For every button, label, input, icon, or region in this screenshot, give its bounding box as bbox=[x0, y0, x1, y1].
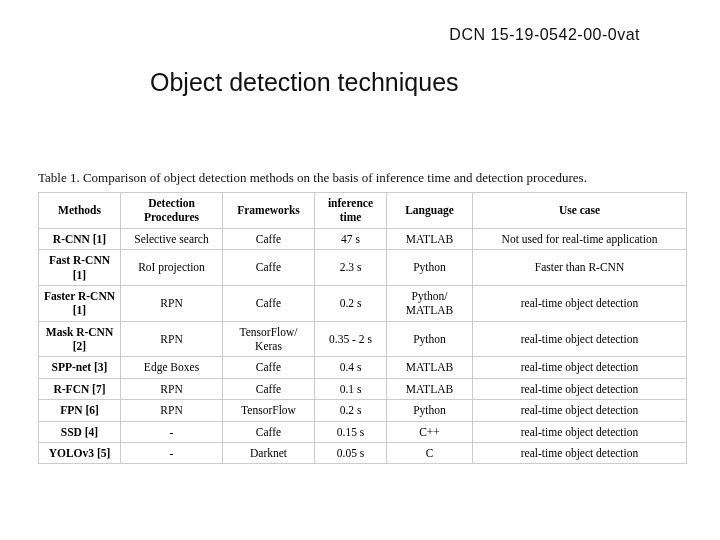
cell-frame: Caffe bbox=[223, 285, 315, 321]
cell-frame: Caffe bbox=[223, 378, 315, 399]
cell-use: real-time object detection bbox=[473, 285, 687, 321]
cell-proc: RPN bbox=[121, 321, 223, 357]
table-row: Faster R-CNN [1]RPNCaffe0.2 sPython/ MAT… bbox=[39, 285, 687, 321]
comparison-table: Methods Detection Procedures Frameworks … bbox=[38, 192, 687, 464]
cell-lang: Python/ MATLAB bbox=[387, 285, 473, 321]
table-row: R-CNN [1]Selective searchCaffe47 sMATLAB… bbox=[39, 228, 687, 249]
cell-lang: C++ bbox=[387, 421, 473, 442]
cell-time: 0.35 - 2 s bbox=[315, 321, 387, 357]
table-row: R-FCN [7]RPNCaffe0.1 sMATLABreal-time ob… bbox=[39, 378, 687, 399]
cell-method: R-CNN [1] bbox=[39, 228, 121, 249]
cell-method: SSD [4] bbox=[39, 421, 121, 442]
cell-time: 0.15 s bbox=[315, 421, 387, 442]
dcn-code: DCN 15-19-0542-00-0vat bbox=[449, 26, 640, 44]
cell-proc: RPN bbox=[121, 400, 223, 421]
cell-lang: MATLAB bbox=[387, 228, 473, 249]
table-row: Fast R-CNN [1]RoI projectionCaffe2.3 sPy… bbox=[39, 250, 687, 286]
cell-time: 0.4 s bbox=[315, 357, 387, 378]
cell-use: real-time object detection bbox=[473, 421, 687, 442]
cell-time: 0.2 s bbox=[315, 400, 387, 421]
table-row: SSD [4]-Caffe0.15 sC++real-time object d… bbox=[39, 421, 687, 442]
table-header-row: Methods Detection Procedures Frameworks … bbox=[39, 193, 687, 229]
page-title: Object detection techniques bbox=[150, 68, 459, 97]
table-row: Mask R-CNN [2]RPNTensorFlow/ Keras0.35 -… bbox=[39, 321, 687, 357]
table-row: FPN [6]RPNTensorFlow0.2 sPythonreal-time… bbox=[39, 400, 687, 421]
table-row: YOLOv3 [5]-Darknet0.05 sCreal-time objec… bbox=[39, 442, 687, 463]
col-time: inference time bbox=[315, 193, 387, 229]
cell-method: SPP-net [3] bbox=[39, 357, 121, 378]
cell-proc: - bbox=[121, 442, 223, 463]
cell-time: 0.1 s bbox=[315, 378, 387, 399]
cell-time: 0.05 s bbox=[315, 442, 387, 463]
cell-lang: MATLAB bbox=[387, 357, 473, 378]
cell-time: 47 s bbox=[315, 228, 387, 249]
cell-method: Fast R-CNN [1] bbox=[39, 250, 121, 286]
cell-lang: Python bbox=[387, 250, 473, 286]
cell-use: Faster than R-CNN bbox=[473, 250, 687, 286]
cell-method: YOLOv3 [5] bbox=[39, 442, 121, 463]
cell-proc: - bbox=[121, 421, 223, 442]
cell-proc: RPN bbox=[121, 285, 223, 321]
cell-frame: Caffe bbox=[223, 357, 315, 378]
cell-time: 2.3 s bbox=[315, 250, 387, 286]
cell-frame: Caffe bbox=[223, 228, 315, 249]
cell-frame: TensorFlow/ Keras bbox=[223, 321, 315, 357]
cell-proc: RPN bbox=[121, 378, 223, 399]
col-procedures: Detection Procedures bbox=[121, 193, 223, 229]
cell-method: Faster R-CNN [1] bbox=[39, 285, 121, 321]
cell-use: real-time object detection bbox=[473, 400, 687, 421]
comparison-table-container: Table 1. Comparison of object detection … bbox=[38, 170, 686, 464]
cell-frame: TensorFlow bbox=[223, 400, 315, 421]
cell-frame: Caffe bbox=[223, 421, 315, 442]
cell-method: R-FCN [7] bbox=[39, 378, 121, 399]
cell-use: real-time object detection bbox=[473, 321, 687, 357]
cell-use: real-time object detection bbox=[473, 357, 687, 378]
cell-lang: Python bbox=[387, 321, 473, 357]
table-caption: Table 1. Comparison of object detection … bbox=[38, 170, 686, 186]
cell-proc: RoI projection bbox=[121, 250, 223, 286]
col-methods: Methods bbox=[39, 193, 121, 229]
col-language: Language bbox=[387, 193, 473, 229]
table-row: SPP-net [3]Edge BoxesCaffe0.4 sMATLABrea… bbox=[39, 357, 687, 378]
col-frameworks: Frameworks bbox=[223, 193, 315, 229]
cell-lang: Python bbox=[387, 400, 473, 421]
cell-use: Not used for real-time application bbox=[473, 228, 687, 249]
cell-lang: MATLAB bbox=[387, 378, 473, 399]
cell-use: real-time object detection bbox=[473, 378, 687, 399]
cell-time: 0.2 s bbox=[315, 285, 387, 321]
col-usecase: Use case bbox=[473, 193, 687, 229]
cell-proc: Selective search bbox=[121, 228, 223, 249]
cell-lang: C bbox=[387, 442, 473, 463]
cell-method: FPN [6] bbox=[39, 400, 121, 421]
cell-proc: Edge Boxes bbox=[121, 357, 223, 378]
cell-frame: Caffe bbox=[223, 250, 315, 286]
cell-use: real-time object detection bbox=[473, 442, 687, 463]
cell-frame: Darknet bbox=[223, 442, 315, 463]
cell-method: Mask R-CNN [2] bbox=[39, 321, 121, 357]
